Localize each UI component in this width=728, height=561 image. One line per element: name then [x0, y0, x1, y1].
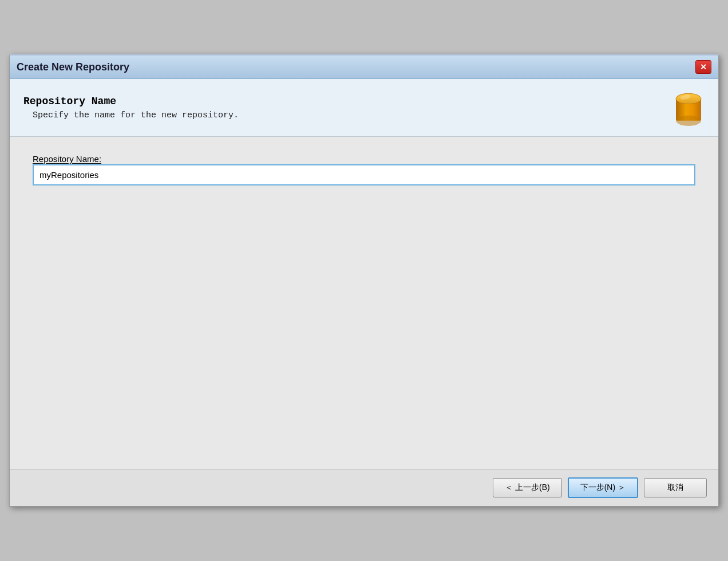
- repository-name-input[interactable]: [33, 164, 695, 185]
- create-repository-dialog: Create New Repository ✕ Repository Name …: [9, 54, 719, 507]
- title-bar: Create New Repository ✕: [10, 56, 718, 79]
- header-section: Repository Name Specify the name for the…: [10, 79, 718, 137]
- footer-section: ＜ 上一步(B) 下一步(N) ＞ 取消: [10, 469, 718, 506]
- content-section: Repository Name:: [10, 137, 718, 469]
- header-subtitle: Specify the name for the new repository.: [33, 110, 661, 120]
- cancel-button[interactable]: 取消: [644, 478, 707, 497]
- close-button[interactable]: ✕: [695, 60, 711, 74]
- svg-point-2: [676, 116, 701, 126]
- header-text-area: Repository Name Specify the name for the…: [23, 96, 661, 120]
- repository-name-label: Repository Name:: [33, 154, 101, 164]
- back-button[interactable]: ＜ 上一步(B): [493, 478, 562, 497]
- header-title: Repository Name: [23, 96, 661, 107]
- next-button[interactable]: 下一步(N) ＞: [568, 477, 638, 498]
- database-icon: [672, 89, 705, 126]
- dialog-title: Create New Repository: [17, 61, 129, 73]
- field-label-text: Repository Name:: [33, 154, 101, 164]
